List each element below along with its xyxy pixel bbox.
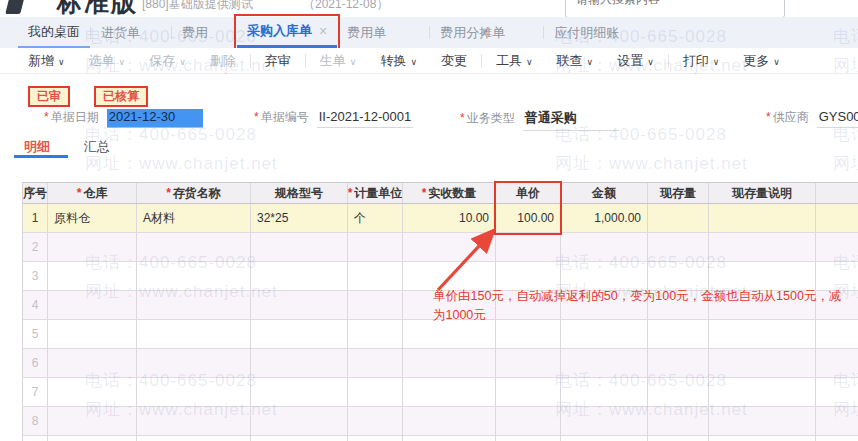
cell-spec[interactable]: 32*25 [251, 204, 348, 232]
cell-warehouse[interactable]: 原料仓 [48, 204, 137, 232]
cell-unit-price[interactable] [496, 407, 561, 435]
cell-unit[interactable]: 个 [348, 204, 403, 232]
cell-unit[interactable] [348, 320, 403, 348]
cell-warehouse[interactable] [48, 262, 137, 290]
cell-spec[interactable] [251, 407, 348, 435]
cell-spec[interactable] [251, 233, 348, 261]
cell-unit[interactable] [348, 349, 403, 377]
cell-unit[interactable] [348, 291, 403, 319]
cell-warehouse[interactable] [48, 349, 137, 377]
cell-stock[interactable] [648, 349, 709, 377]
cell-qty[interactable] [403, 436, 496, 441]
cell-unit[interactable] [348, 262, 403, 290]
close-tab-icon[interactable]: × [319, 23, 327, 39]
table-row[interactable]: 9 [23, 436, 858, 441]
cell-amount[interactable] [561, 378, 648, 406]
add-button[interactable]: 新增∨ [16, 52, 77, 70]
change-button[interactable]: 变更 [429, 52, 479, 70]
cell-spec[interactable] [251, 320, 348, 348]
table-row[interactable]: 7 [23, 378, 858, 407]
cell-qty[interactable] [403, 262, 496, 290]
cell-amount[interactable]: 1,000.00 [561, 204, 648, 232]
cell-stock-note[interactable] [709, 378, 816, 406]
cell-unit-price[interactable] [496, 233, 561, 261]
table-row[interactable]: 8 [23, 407, 858, 436]
cell-item-name[interactable] [137, 378, 251, 406]
tab-payable-ledger[interactable]: 应付明细账 [544, 17, 629, 48]
cell-stock-note[interactable] [709, 436, 816, 441]
business-type-input[interactable]: 普通采购 [523, 109, 619, 131]
cell-qty[interactable] [403, 233, 496, 261]
cell-spec[interactable] [251, 262, 348, 290]
cell-spec[interactable] [251, 378, 348, 406]
tab-my-desktop[interactable]: 我的桌面 [18, 17, 90, 48]
tab-expense[interactable]: 费用 [172, 17, 218, 48]
cell-warehouse[interactable] [48, 233, 137, 261]
cell-stock-note[interactable] [709, 407, 816, 435]
cell-warehouse[interactable] [48, 407, 137, 435]
cell-item-name[interactable] [137, 436, 251, 441]
cell-stock[interactable] [648, 233, 709, 261]
cell-unit-price[interactable] [496, 262, 561, 290]
cell-stock[interactable] [648, 262, 709, 290]
cell-item-name[interactable] [137, 233, 251, 261]
table-row[interactable]: 2 [23, 233, 858, 262]
tab-purchase-stockin[interactable]: 采购入库单 × [237, 17, 337, 48]
cell-qty[interactable]: 10.00 [403, 204, 496, 232]
cell-warehouse[interactable] [48, 291, 137, 319]
cell-spec[interactable] [251, 291, 348, 319]
cell-qty[interactable] [403, 349, 496, 377]
subtab-summary[interactable]: 汇总 [84, 138, 110, 156]
cell-spec[interactable] [251, 436, 348, 441]
cell-unit[interactable] [348, 233, 403, 261]
subtab-detail[interactable]: 明细 [24, 138, 50, 156]
cell-warehouse[interactable] [48, 436, 137, 441]
cell-warehouse[interactable] [48, 320, 137, 348]
cell-amount[interactable] [561, 407, 648, 435]
unapprove-button[interactable]: 弃审 [253, 52, 303, 70]
cell-amount[interactable] [561, 349, 648, 377]
linked-query-button[interactable]: 联查∨ [545, 52, 606, 70]
tools-button[interactable]: 工具∨ [484, 52, 545, 70]
convert-button[interactable]: 转换∨ [368, 52, 429, 70]
cell-unit-price[interactable]: 100.00 [496, 204, 561, 232]
cell-stock-note[interactable] [709, 204, 816, 232]
cell-amount[interactable] [561, 436, 648, 441]
cell-amount[interactable] [561, 233, 648, 261]
cell-amount[interactable] [561, 262, 648, 290]
cell-item-name[interactable] [137, 349, 251, 377]
cell-unit-price[interactable] [496, 436, 561, 441]
cell-warehouse[interactable] [48, 378, 137, 406]
tab-purchase-order[interactable]: 进货单 [91, 17, 150, 48]
cell-unit[interactable] [348, 378, 403, 406]
print-button[interactable]: 打印∨ [671, 52, 732, 70]
cell-unit-price[interactable] [496, 349, 561, 377]
cell-stock[interactable] [648, 436, 709, 441]
doc-number-input[interactable]: II-2021-12-0001 [317, 109, 414, 128]
cell-stock[interactable] [648, 378, 709, 406]
cell-item-name[interactable]: A材料 [137, 204, 251, 232]
cell-stock-note[interactable] [709, 262, 816, 290]
cell-qty[interactable] [403, 407, 496, 435]
global-search-input[interactable] [574, 0, 778, 7]
cell-spec[interactable] [251, 349, 348, 377]
cell-item-name[interactable] [137, 262, 251, 290]
cell-item-name[interactable] [137, 291, 251, 319]
doc-date-input[interactable]: 2021-12-30 [107, 109, 203, 128]
tab-expense-allocation[interactable]: 费用分摊单 [430, 17, 515, 48]
cell-qty[interactable] [403, 378, 496, 406]
supplier-input[interactable]: GYS002 [817, 109, 858, 128]
cell-stock[interactable] [648, 204, 709, 232]
cell-stock[interactable] [648, 407, 709, 435]
cell-unit-price[interactable] [496, 378, 561, 406]
table-row[interactable]: 6 [23, 349, 858, 378]
global-search-box[interactable] [565, 0, 785, 18]
settings-button[interactable]: 设置∨ [605, 52, 666, 70]
cell-item-name[interactable] [137, 320, 251, 348]
cell-unit[interactable] [348, 407, 403, 435]
tab-expense-bill[interactable]: 费用单 [337, 17, 396, 48]
cell-item-name[interactable] [137, 407, 251, 435]
more-button[interactable]: 更多∨ [731, 52, 792, 70]
cell-stock-note[interactable] [709, 349, 816, 377]
cell-unit[interactable] [348, 436, 403, 441]
